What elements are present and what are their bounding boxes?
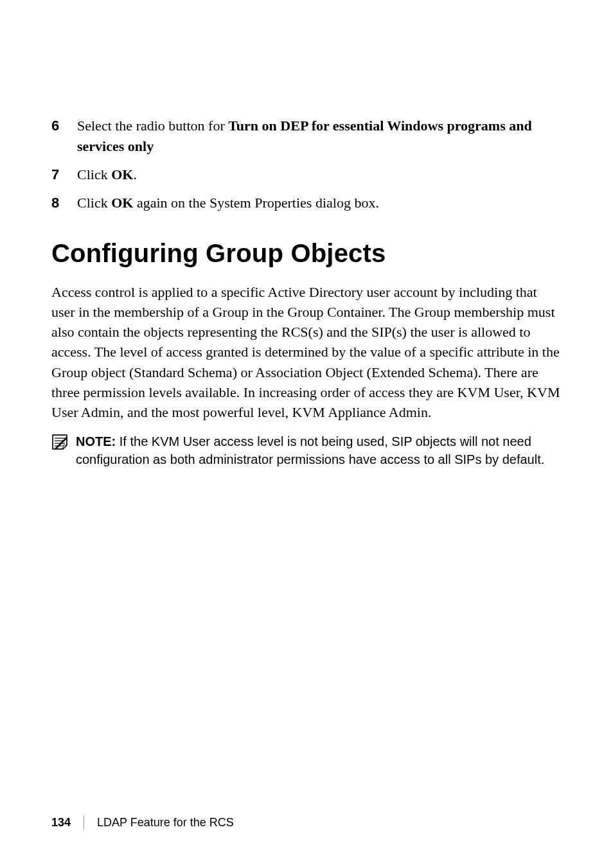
step-number: 6 [51, 116, 77, 157]
step-pre-text: Click [77, 166, 111, 182]
numbered-steps-list: 6 Select the radio button for Turn on DE… [51, 116, 562, 213]
step-text: Click OK again on the System Properties … [77, 193, 562, 213]
step-pre-text: Click [77, 195, 111, 211]
body-paragraph: Access control is applied to a specific … [51, 282, 562, 423]
note-block: NOTE: If the KVM User access level is no… [51, 432, 562, 468]
step-text: Select the radio button for Turn on DEP … [77, 116, 562, 157]
note-body: If the KVM User access level is not bein… [76, 434, 544, 466]
footer-divider [84, 815, 84, 829]
section-heading: Configuring Group Objects [51, 239, 562, 268]
step-item-7: 7 Click OK. [51, 164, 562, 185]
step-post-text: . [133, 166, 137, 182]
step-bold-text: OK [111, 166, 133, 182]
step-bold-text: OK [111, 195, 133, 211]
note-icon [51, 434, 68, 450]
step-item-8: 8 Click OK again on the System Propertie… [51, 193, 562, 213]
step-text: Click OK. [77, 164, 562, 185]
step-number: 8 [51, 193, 77, 213]
note-text-container: NOTE: If the KVM User access level is no… [76, 432, 562, 468]
page-footer: 134 LDAP Feature for the RCS [51, 815, 234, 829]
step-item-6: 6 Select the radio button for Turn on DE… [51, 116, 562, 157]
page-number: 134 [51, 816, 71, 829]
step-pre-text: Select the radio button for [77, 118, 228, 134]
footer-section-title: LDAP Feature for the RCS [97, 816, 234, 829]
step-post-text: again on the System Properties dialog bo… [133, 195, 379, 211]
note-label: NOTE: [76, 434, 116, 448]
step-number: 7 [51, 164, 77, 185]
